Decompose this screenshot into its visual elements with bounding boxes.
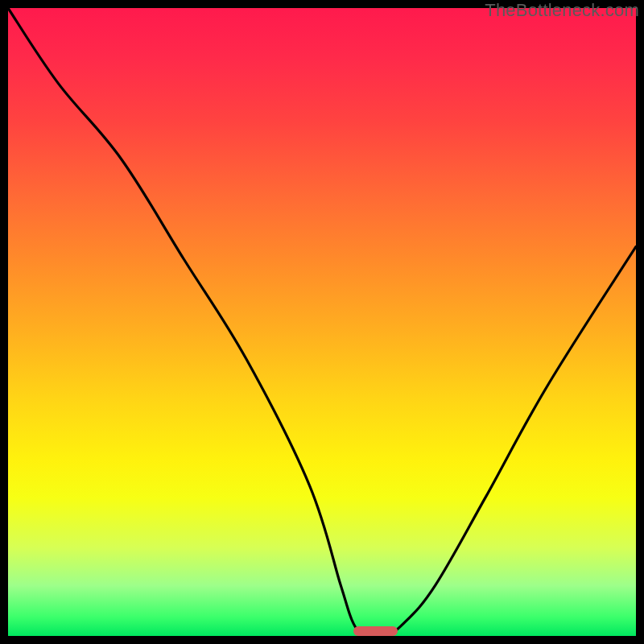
watermark-text: TheBottleneck.com	[485, 0, 639, 21]
bottleneck-curve	[8, 8, 636, 636]
plot-area	[8, 8, 636, 636]
optimal-range-marker	[353, 626, 398, 636]
chart-container: TheBottleneck.com	[0, 0, 644, 644]
